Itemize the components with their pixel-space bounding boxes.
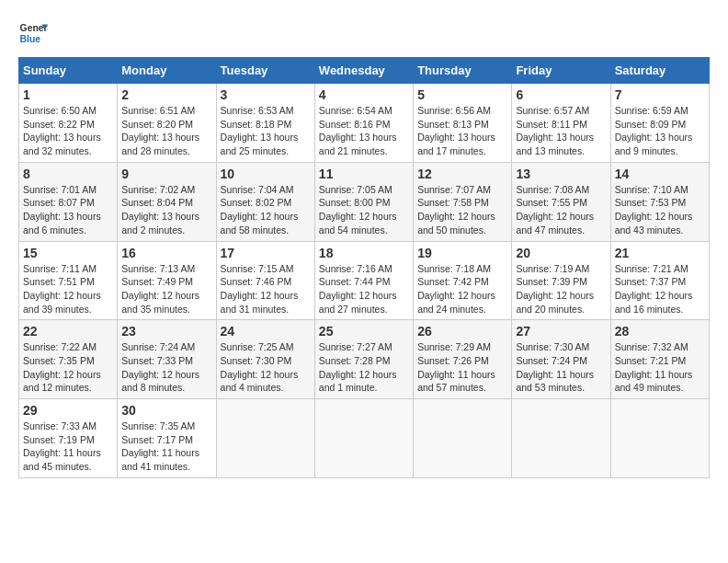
page-header: General Blue (18, 18, 710, 48)
day-number: 22 (23, 324, 113, 339)
calendar-cell: 23Sunrise: 7:24 AM Sunset: 7:33 PM Dayli… (118, 320, 216, 399)
calendar-cell: 7Sunrise: 6:59 AM Sunset: 8:09 PM Daylig… (610, 84, 709, 163)
calendar-cell: 29Sunrise: 7:33 AM Sunset: 7:19 PM Dayli… (19, 399, 118, 478)
day-info: Sunrise: 7:27 AM Sunset: 7:28 PM Dayligh… (319, 340, 409, 395)
col-header-saturday: Saturday (610, 58, 709, 84)
calendar-cell: 16Sunrise: 7:13 AM Sunset: 7:49 PM Dayli… (118, 241, 216, 320)
calendar-cell: 1Sunrise: 6:50 AM Sunset: 8:22 PM Daylig… (19, 84, 118, 163)
day-info: Sunrise: 7:11 AM Sunset: 7:51 PM Dayligh… (23, 262, 113, 316)
day-number: 10 (221, 167, 311, 181)
day-info: Sunrise: 7:07 AM Sunset: 7:58 PM Dayligh… (417, 183, 507, 237)
calendar-cell: 2Sunrise: 6:51 AM Sunset: 8:20 PM Daylig… (118, 84, 216, 163)
day-info: Sunrise: 7:30 AM Sunset: 7:24 PM Dayligh… (516, 340, 606, 395)
day-number: 23 (121, 324, 211, 339)
col-header-thursday: Thursday (414, 58, 512, 84)
day-number: 24 (221, 324, 311, 339)
calendar-cell: 25Sunrise: 7:27 AM Sunset: 7:28 PM Dayli… (314, 320, 413, 399)
calendar-cell: 8Sunrise: 7:01 AM Sunset: 8:07 PM Daylig… (19, 162, 118, 241)
day-info: Sunrise: 7:29 AM Sunset: 7:26 PM Dayligh… (417, 340, 507, 395)
calendar-week-row: 15Sunrise: 7:11 AM Sunset: 7:51 PM Dayli… (19, 241, 710, 320)
day-number: 2 (121, 87, 211, 102)
calendar-cell: 5Sunrise: 6:56 AM Sunset: 8:13 PM Daylig… (414, 84, 512, 163)
day-number: 29 (23, 403, 113, 418)
day-info: Sunrise: 6:56 AM Sunset: 8:13 PM Dayligh… (417, 104, 507, 158)
day-info: Sunrise: 7:24 AM Sunset: 7:33 PM Dayligh… (121, 340, 211, 395)
calendar-cell (512, 399, 610, 478)
day-info: Sunrise: 7:16 AM Sunset: 7:44 PM Dayligh… (319, 262, 409, 316)
day-info: Sunrise: 7:10 AM Sunset: 7:53 PM Dayligh… (615, 183, 705, 237)
day-number: 6 (516, 87, 606, 102)
day-info: Sunrise: 6:51 AM Sunset: 8:20 PM Dayligh… (121, 104, 211, 158)
day-info: Sunrise: 7:35 AM Sunset: 7:17 PM Dayligh… (121, 419, 211, 474)
calendar-cell: 24Sunrise: 7:25 AM Sunset: 7:30 PM Dayli… (216, 320, 314, 399)
col-header-tuesday: Tuesday (216, 58, 314, 84)
day-number: 19 (417, 246, 507, 260)
day-info: Sunrise: 6:53 AM Sunset: 8:18 PM Dayligh… (221, 104, 311, 158)
calendar-cell: 9Sunrise: 7:02 AM Sunset: 8:04 PM Daylig… (118, 162, 216, 241)
calendar-cell (314, 399, 413, 478)
day-number: 3 (221, 87, 311, 102)
calendar-week-row: 29Sunrise: 7:33 AM Sunset: 7:19 PM Dayli… (19, 399, 710, 478)
day-number: 26 (417, 324, 507, 339)
day-number: 17 (221, 246, 311, 260)
col-header-monday: Monday (118, 58, 216, 84)
day-number: 13 (516, 167, 606, 181)
day-number: 20 (516, 246, 606, 260)
calendar-cell: 20Sunrise: 7:19 AM Sunset: 7:39 PM Dayli… (512, 241, 610, 320)
day-number: 25 (319, 324, 409, 339)
calendar-cell: 27Sunrise: 7:30 AM Sunset: 7:24 PM Dayli… (512, 320, 610, 399)
day-number: 4 (319, 87, 409, 102)
day-number: 27 (516, 324, 606, 339)
day-info: Sunrise: 7:01 AM Sunset: 8:07 PM Dayligh… (23, 183, 113, 237)
calendar-cell: 18Sunrise: 7:16 AM Sunset: 7:44 PM Dayli… (314, 241, 413, 320)
day-number: 7 (615, 87, 705, 102)
day-info: Sunrise: 6:50 AM Sunset: 8:22 PM Dayligh… (23, 104, 113, 158)
calendar-cell (610, 399, 709, 478)
day-info: Sunrise: 7:08 AM Sunset: 7:55 PM Dayligh… (516, 183, 606, 237)
calendar-week-row: 22Sunrise: 7:22 AM Sunset: 7:35 PM Dayli… (19, 320, 710, 399)
day-info: Sunrise: 7:33 AM Sunset: 7:19 PM Dayligh… (23, 419, 113, 474)
calendar-cell: 14Sunrise: 7:10 AM Sunset: 7:53 PM Dayli… (610, 162, 709, 241)
day-number: 14 (615, 167, 705, 181)
logo-icon: General Blue (18, 18, 48, 48)
day-info: Sunrise: 7:18 AM Sunset: 7:42 PM Dayligh… (417, 262, 507, 316)
day-number: 1 (23, 87, 113, 102)
day-info: Sunrise: 7:32 AM Sunset: 7:21 PM Dayligh… (615, 340, 705, 395)
calendar-cell: 15Sunrise: 7:11 AM Sunset: 7:51 PM Dayli… (19, 241, 118, 320)
col-header-wednesday: Wednesday (314, 58, 413, 84)
day-info: Sunrise: 7:22 AM Sunset: 7:35 PM Dayligh… (23, 340, 113, 395)
calendar-table: SundayMondayTuesdayWednesdayThursdayFrid… (18, 57, 710, 478)
day-number: 30 (121, 403, 211, 418)
calendar-cell: 12Sunrise: 7:07 AM Sunset: 7:58 PM Dayli… (414, 162, 512, 241)
day-number: 15 (23, 246, 113, 260)
day-info: Sunrise: 7:15 AM Sunset: 7:46 PM Dayligh… (221, 262, 311, 316)
day-number: 16 (121, 246, 211, 260)
calendar-cell: 10Sunrise: 7:04 AM Sunset: 8:02 PM Dayli… (216, 162, 314, 241)
day-number: 8 (23, 167, 113, 181)
calendar-cell: 28Sunrise: 7:32 AM Sunset: 7:21 PM Dayli… (610, 320, 709, 399)
calendar-cell (414, 399, 512, 478)
calendar-cell: 22Sunrise: 7:22 AM Sunset: 7:35 PM Dayli… (19, 320, 118, 399)
day-number: 9 (121, 167, 211, 181)
day-info: Sunrise: 7:05 AM Sunset: 8:00 PM Dayligh… (319, 183, 409, 237)
calendar-week-row: 8Sunrise: 7:01 AM Sunset: 8:07 PM Daylig… (19, 162, 710, 241)
calendar-cell: 19Sunrise: 7:18 AM Sunset: 7:42 PM Dayli… (414, 241, 512, 320)
calendar-cell: 26Sunrise: 7:29 AM Sunset: 7:26 PM Dayli… (414, 320, 512, 399)
calendar-cell: 3Sunrise: 6:53 AM Sunset: 8:18 PM Daylig… (216, 84, 314, 163)
calendar-cell: 30Sunrise: 7:35 AM Sunset: 7:17 PM Dayli… (118, 399, 216, 478)
calendar-cell: 21Sunrise: 7:21 AM Sunset: 7:37 PM Dayli… (610, 241, 709, 320)
day-info: Sunrise: 7:13 AM Sunset: 7:49 PM Dayligh… (121, 262, 211, 316)
calendar-cell: 13Sunrise: 7:08 AM Sunset: 7:55 PM Dayli… (512, 162, 610, 241)
logo: General Blue (18, 18, 51, 48)
day-info: Sunrise: 7:04 AM Sunset: 8:02 PM Dayligh… (221, 183, 311, 237)
calendar-header-row: SundayMondayTuesdayWednesdayThursdayFrid… (19, 58, 710, 84)
day-info: Sunrise: 7:25 AM Sunset: 7:30 PM Dayligh… (221, 340, 311, 395)
calendar-week-row: 1Sunrise: 6:50 AM Sunset: 8:22 PM Daylig… (19, 84, 710, 163)
day-info: Sunrise: 6:54 AM Sunset: 8:16 PM Dayligh… (319, 104, 409, 158)
calendar-cell: 6Sunrise: 6:57 AM Sunset: 8:11 PM Daylig… (512, 84, 610, 163)
day-info: Sunrise: 6:57 AM Sunset: 8:11 PM Dayligh… (516, 104, 606, 158)
col-header-sunday: Sunday (19, 58, 118, 84)
day-number: 21 (615, 246, 705, 260)
col-header-friday: Friday (512, 58, 610, 84)
day-number: 18 (319, 246, 409, 260)
